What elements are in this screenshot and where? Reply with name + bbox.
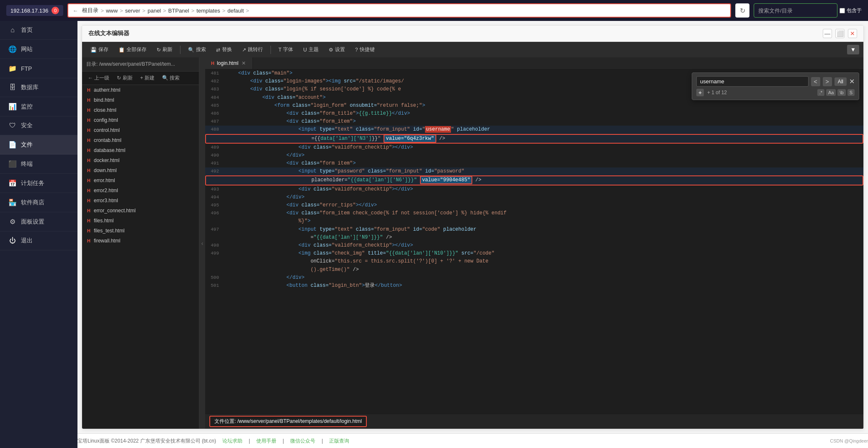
save-all-button[interactable]: 📋 全部保存 [114, 44, 151, 55]
maximize-button[interactable]: ⬜ [835, 29, 845, 38]
file-item-close[interactable]: H close.html [82, 105, 199, 115]
contains-checkbox[interactable] [840, 8, 845, 13]
breadcrumb-sep-6: > [222, 8, 226, 14]
line-content-499c: ().getTime()" /> [224, 266, 863, 274]
file-item-files[interactable]: H files.html [82, 216, 199, 226]
line-num-494: 494 [205, 193, 224, 201]
file-nav-new[interactable]: + 新建 [138, 74, 157, 82]
breadcrumb-panel[interactable]: panel [147, 8, 161, 14]
file-item-error2[interactable]: H error2.html [82, 185, 199, 196]
line-content-492: <input type="password" class="form_input… [224, 167, 863, 175]
file-item-control[interactable]: H control.html [82, 125, 199, 135]
file-icon-error: H [87, 178, 90, 183]
footer-link-forum[interactable]: 论坛求助 [222, 438, 242, 445]
file-item-down[interactable]: H down.html [82, 165, 199, 175]
search-input-top[interactable] [754, 3, 837, 18]
file-item-bind[interactable]: H bind.html [82, 95, 199, 105]
sidebar-item-terminal[interactable]: ⬛ 终端 [0, 154, 77, 174]
sidebar-item-monitor[interactable]: 📊 监控 [0, 97, 77, 116]
sidebar-item-panel-settings[interactable]: ⚙ 面板设置 [0, 212, 77, 232]
font-button[interactable]: T 字体 [274, 44, 297, 55]
file-item-database[interactable]: H database.html [82, 145, 199, 155]
file-name-autherr: autherr.html [94, 87, 120, 93]
refresh-button-top[interactable]: ↻ [735, 3, 750, 18]
sidebar-item-logout[interactable]: ⏻ 退出 [0, 232, 77, 250]
search-next-button[interactable]: > [823, 77, 832, 86]
sidebar-item-crontab[interactable]: 📅 计划任务 [0, 174, 77, 193]
search-overlay-input[interactable] [696, 76, 809, 87]
file-item-crontab[interactable]: H crontab.html [82, 135, 199, 145]
line-num-484: 484 [205, 94, 224, 102]
code-line-497: 497 <input type="text" class="form_input… [205, 226, 863, 234]
file-nav-search[interactable]: 🔍 搜索 [160, 74, 182, 82]
file-item-docker[interactable]: H docker.html [82, 155, 199, 165]
theme-icon: U [303, 47, 307, 53]
toolbar-sep-1 [180, 46, 180, 54]
breadcrumb-btpanel[interactable]: BTPanel [168, 8, 189, 14]
line-num-499c [205, 266, 224, 266]
code-line-485: 485 <form class="login_form" onsubmit="r… [205, 102, 863, 110]
refresh-button[interactable]: ↻ 刷新 [152, 44, 177, 55]
search-flag-word[interactable]: \b [837, 89, 845, 96]
footer-link-manual[interactable]: 使用手册 [256, 438, 276, 445]
sidebar-item-database[interactable]: 🗄 数据库 [0, 78, 77, 97]
search-flag-case[interactable]: Aa [826, 89, 836, 96]
line-num-492b [206, 176, 225, 177]
close-button[interactable]: ✕ [848, 29, 857, 38]
search-button[interactable]: 🔍 搜索 [184, 44, 210, 55]
sidebar-item-website[interactable]: 🌐 网站 [0, 40, 77, 59]
search-flag-s[interactable]: S [847, 89, 855, 96]
search-add-button[interactable]: + [696, 89, 704, 96]
toolbar-more-button[interactable]: ▼ [847, 45, 859, 54]
search-flag-regex[interactable]: .* [817, 89, 824, 96]
theme-button[interactable]: U 主题 [299, 44, 323, 55]
file-item-error-connect[interactable]: H error_connect.html [82, 206, 199, 216]
breadcrumb-templates[interactable]: templates [196, 8, 220, 14]
file-name-bind: bind.html [94, 97, 114, 103]
settings-button[interactable]: ⚙ 设置 [325, 44, 349, 55]
line-content-495: <div class="error_tips"></div> [224, 201, 863, 209]
minimize-button[interactable]: — [823, 29, 832, 38]
replace-button[interactable]: ⇄ 替换 [212, 44, 236, 55]
code-tab-login[interactable]: H login.html ✕ [205, 57, 253, 69]
breadcrumb-root[interactable]: 根目录 [82, 7, 98, 14]
file-item-error[interactable]: H error.html [82, 175, 199, 185]
code-content[interactable]: 481 <div class="main"> 482 <div class="l… [205, 70, 863, 414]
line-content-496: <div class="form_item check_code{% if no… [224, 209, 863, 217]
collapse-handle[interactable]: ‹ [199, 57, 205, 429]
sidebar-item-store[interactable]: 🏪 软件商店 [0, 193, 77, 212]
breadcrumb-default[interactable]: default [227, 8, 244, 14]
file-item-config[interactable]: H config.html [82, 115, 199, 125]
sidebar-label-crontab: 计划任务 [21, 180, 44, 187]
footer-link-verify[interactable]: 正版查询 [329, 438, 349, 445]
search-all-button[interactable]: All [835, 77, 847, 86]
save-button[interactable]: 💾 保存 [86, 44, 113, 55]
search-close-button[interactable]: ✕ [849, 77, 855, 85]
breadcrumb-back[interactable]: ← [72, 8, 78, 14]
line-num-482: 482 [205, 77, 224, 85]
file-item-autherr[interactable]: H autherr.html [82, 85, 199, 95]
file-item-firewall[interactable]: H firewall.html [82, 236, 199, 246]
file-item-files-test[interactable]: H files_test.html [82, 226, 199, 236]
file-nav-refresh[interactable]: ↻ 刷新 [114, 74, 135, 82]
footer: 宝塔Linux面板 ©2014-2022 广东堡塔安全技术有限公司 (bt.cn… [77, 433, 868, 448]
breadcrumb-server[interactable]: server [125, 8, 140, 14]
line-content-485: <form class="login_form" onsubmit="retur… [224, 102, 863, 110]
sidebar-item-files[interactable]: 📄 文件 [0, 135, 77, 154]
jump-button[interactable]: ↗ 跳转行 [238, 44, 267, 55]
code-line-500: 500 </div> [205, 274, 863, 282]
sidebar-item-home[interactable]: ⌂ 首页 [0, 21, 77, 40]
search-prev-button[interactable]: < [811, 77, 820, 86]
line-content-499b: onClick="this.src = this.src.split('?')[… [224, 257, 863, 265]
file-item-error3[interactable]: H error3.html [82, 196, 199, 206]
file-name-database: database.html [94, 147, 125, 153]
shortcuts-button[interactable]: ? 快捷键 [351, 44, 379, 55]
file-nav-up[interactable]: ← 上一级 [85, 74, 112, 82]
footer-link-wechat[interactable]: 微信公众号 [290, 438, 315, 445]
line-num-496b [205, 217, 224, 218]
tab-close-login[interactable]: ✕ [241, 60, 247, 66]
sidebar-item-security[interactable]: 🛡 安全 [0, 116, 77, 135]
sidebar-item-ftp[interactable]: 📁 FTP [0, 59, 77, 78]
editor-titlebar: 在线文本编辑器 — ⬜ ✕ [82, 26, 863, 42]
breadcrumb-www[interactable]: www [106, 8, 118, 14]
